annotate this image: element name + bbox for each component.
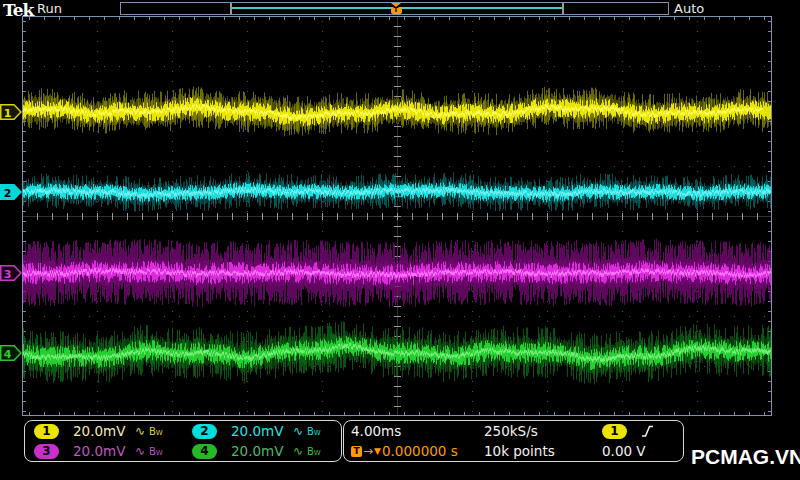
- trigger-t-icon: T: [391, 7, 402, 14]
- channel-3-scale: 20.0mV: [73, 443, 131, 459]
- record-length-readout: 10k points: [484, 443, 602, 459]
- trigger-mode-label: Auto: [674, 1, 704, 16]
- channel-4-badge[interactable]: 4: [192, 444, 217, 459]
- trigger-level-readout: 0.00 V: [602, 443, 683, 459]
- trigger-source-readout: 1: [602, 424, 683, 439]
- channel-2-marker[interactable]: 2: [0, 184, 22, 200]
- trigger-delay-readout: T → ▼ 0.000000 s: [351, 443, 484, 459]
- channel-2-badge[interactable]: 2: [192, 424, 217, 439]
- channel-3-marker[interactable]: 3: [0, 265, 22, 281]
- channel-1-marker[interactable]: 1: [0, 104, 22, 120]
- channel-4-scale: 20.0mV: [231, 443, 289, 459]
- waveform-display: [22, 16, 772, 416]
- record-window-bracket-right: [562, 3, 564, 14]
- trigger-delay-t-icon: T: [351, 446, 362, 457]
- channel-3-readout: 3 20.0mV ∿ BW: [25, 443, 183, 459]
- channel-4-marker[interactable]: 4: [0, 345, 22, 361]
- channel-3-badge[interactable]: 3: [34, 444, 59, 459]
- watermark: PCMAG.VN: [691, 445, 800, 469]
- channel-4-coupling-bw-icon: ∿ BW: [293, 444, 321, 458]
- trigger-delay-value: 0.000000 s: [382, 443, 458, 459]
- channel-4-marker-label: 4: [4, 348, 12, 361]
- channel-2-marker-label: 2: [4, 187, 12, 200]
- channel-2-scale: 20.0mV: [231, 423, 289, 439]
- sample-rate-readout: 250kS/s: [484, 423, 602, 439]
- timebase-readout: 4.00ms: [351, 423, 484, 439]
- channel-1-readout: 1 20.0mV ∿ BW: [25, 423, 183, 439]
- trigger-level-arrow[interactable]: [758, 105, 771, 119]
- trigger-source-badge[interactable]: 1: [602, 424, 627, 439]
- channel-1-scale: 20.0mV: [73, 423, 131, 439]
- channel-3-coupling-bw-icon: ∿ BW: [135, 444, 163, 458]
- channel-2-coupling-bw-icon: ∿ BW: [293, 424, 321, 438]
- acquisition-record-bar: T: [120, 2, 669, 15]
- channel-2-readout: 2 20.0mV ∿ BW: [183, 423, 341, 439]
- down-triangle-icon: ▼: [374, 446, 381, 456]
- channel-1-coupling-bw-icon: ∿ BW: [135, 424, 163, 438]
- channel-1-badge[interactable]: 1: [34, 424, 59, 439]
- channel-3-marker-label: 3: [4, 268, 12, 281]
- horizontal-trigger-readout-box: 4.00ms 250kS/s 1 T → ▼ 0.000000 s 10k po…: [343, 420, 684, 462]
- acquisition-status: Run: [37, 1, 62, 16]
- trigger-position-bar-marker[interactable]: T: [390, 3, 402, 14]
- channel-readout-box: 1 20.0mV ∿ BW 2 20.0mV ∿ BW 3 20.0mV ∿ B…: [24, 420, 342, 462]
- channel-4-readout: 4 20.0mV ∿ BW: [183, 443, 341, 459]
- right-arrow-icon: →: [363, 444, 373, 458]
- channel-1-marker-label: 1: [4, 107, 12, 120]
- rising-edge-slope-icon: [640, 424, 655, 438]
